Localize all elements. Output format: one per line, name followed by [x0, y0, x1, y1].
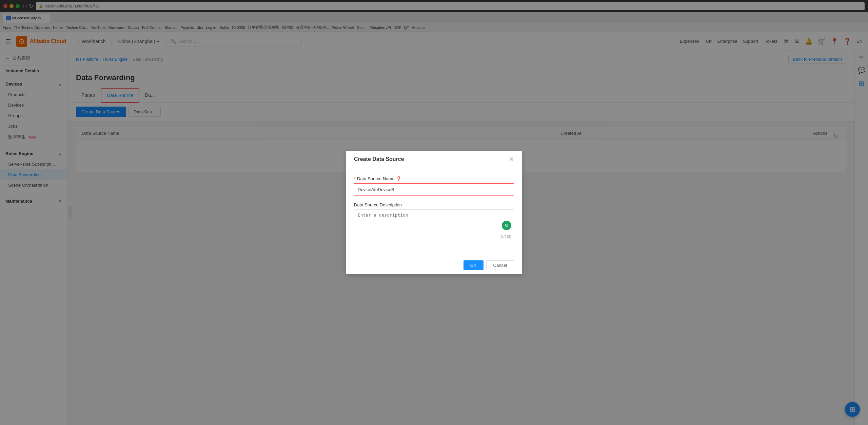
create-data-source-modal: Create Data Source ✕ * Data Source Name …: [346, 151, 522, 274]
form-label-name: * Data Source Name ❓: [354, 176, 514, 181]
modal-footer: OK Cancel: [346, 256, 522, 274]
char-count: 0/100: [501, 234, 511, 239]
desc-label-text: Data Source Description: [354, 202, 402, 207]
modal-body: * Data Source Name ❓ Data Source Descrip…: [346, 168, 522, 256]
form-item-name: * Data Source Name ❓: [354, 176, 514, 196]
name-label-text: Data Source Name: [357, 176, 395, 181]
help-circle-icon[interactable]: ❓: [396, 176, 401, 181]
modal-close-btn[interactable]: ✕: [509, 156, 514, 162]
modal-title: Create Data Source: [354, 156, 404, 162]
ok-button[interactable]: OK: [463, 260, 484, 270]
textarea-wrapper: ↻ 0/100: [354, 209, 514, 241]
generate-icon[interactable]: ↻: [502, 221, 511, 230]
data-source-name-input[interactable]: [354, 183, 514, 196]
form-item-desc: Data Source Description ↻ 0/100: [354, 202, 514, 241]
description-textarea[interactable]: [354, 209, 514, 240]
form-label-desc: Data Source Description: [354, 202, 514, 207]
modal-header: Create Data Source ✕: [346, 151, 522, 168]
modal-overlay[interactable]: Create Data Source ✕ * Data Source Name …: [0, 0, 868, 425]
required-asterisk: *: [354, 176, 356, 181]
cancel-button[interactable]: Cancel: [486, 260, 514, 270]
